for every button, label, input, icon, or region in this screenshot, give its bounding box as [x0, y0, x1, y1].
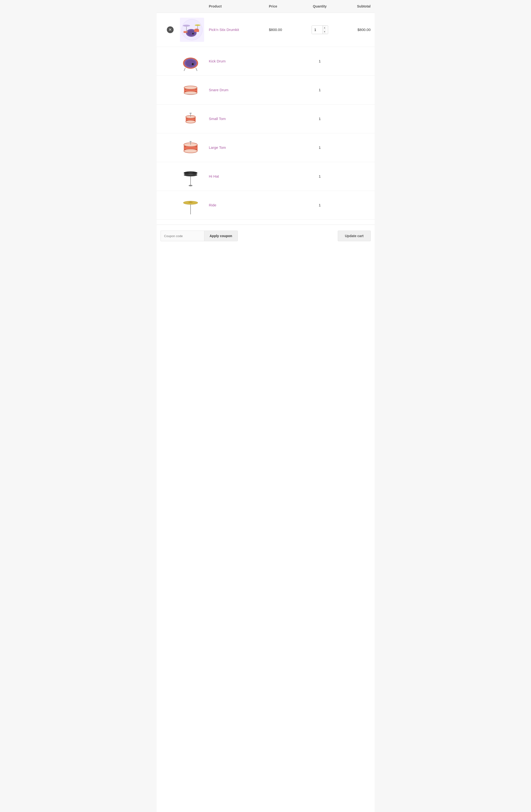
- svg-point-56: [189, 202, 192, 203]
- svg-rect-5: [183, 31, 187, 31]
- col-product: Product: [209, 4, 269, 8]
- table-row: Small Tom 1: [157, 104, 375, 133]
- product-name: Small Tom: [209, 117, 226, 121]
- quantity-input[interactable]: [312, 26, 322, 34]
- svg-rect-32: [194, 118, 195, 119]
- product-thumbnail: [180, 79, 202, 101]
- svg-point-16: [192, 63, 194, 65]
- product-name: Ride: [209, 203, 216, 207]
- qty-static: 1: [303, 59, 337, 63]
- quantity-stepper[interactable]: ▲ ▼: [312, 25, 328, 34]
- svg-rect-45: [190, 141, 192, 142]
- svg-point-15: [186, 60, 195, 67]
- col-subtotal: Subtotal: [337, 4, 371, 8]
- cart-table-header: Product Price Quantity Subtotal: [157, 0, 375, 13]
- product-image-cell: [180, 50, 209, 72]
- table-row: Large Tom 1: [157, 133, 375, 162]
- col-image: [180, 4, 209, 8]
- qty-down-button[interactable]: ▼: [323, 30, 327, 34]
- product-price: $800.00: [269, 28, 282, 32]
- subtotal-value: $800.00: [358, 28, 371, 32]
- product-thumbnail: [180, 194, 202, 216]
- product-image-cell: [180, 137, 209, 159]
- table-row: ✕: [157, 13, 375, 47]
- svg-point-48: [188, 172, 193, 173]
- svg-rect-23: [195, 89, 197, 90]
- product-image-cell: [180, 18, 209, 42]
- svg-rect-36: [190, 113, 192, 114]
- remove-cell: ✕: [160, 26, 180, 33]
- svg-point-8: [183, 25, 190, 27]
- col-price: Price: [269, 4, 303, 8]
- svg-point-30: [186, 120, 195, 123]
- svg-rect-40: [184, 146, 186, 147]
- table-row: Kick Drum 1: [157, 47, 375, 76]
- svg-point-50: [188, 174, 193, 175]
- cart-footer: Apply coupon Update cart: [157, 224, 375, 247]
- svg-rect-22: [185, 89, 186, 90]
- svg-rect-31: [186, 118, 187, 119]
- remove-item-button[interactable]: ✕: [167, 26, 173, 33]
- svg-line-17: [184, 68, 185, 71]
- table-row: Ride 1: [157, 191, 375, 220]
- col-quantity: Quantity: [303, 4, 337, 8]
- svg-rect-25: [195, 91, 197, 92]
- svg-line-18: [196, 68, 197, 71]
- product-thumbnail: [180, 108, 202, 130]
- svg-point-39: [184, 149, 197, 153]
- svg-point-10: [195, 25, 200, 26]
- product-image-cell: [180, 165, 209, 187]
- svg-rect-42: [184, 149, 186, 150]
- table-row: Hi Hat 1: [157, 162, 375, 191]
- svg-rect-43: [196, 149, 197, 150]
- update-cart-button[interactable]: Update cart: [338, 231, 371, 241]
- product-image-cell: [180, 194, 209, 216]
- product-thumbnail: [180, 18, 204, 42]
- product-name: Hi Hat: [209, 174, 219, 178]
- svg-point-52: [188, 185, 193, 186]
- qty-up-button[interactable]: ▲: [323, 26, 327, 30]
- svg-point-20: [184, 86, 197, 89]
- svg-point-2: [187, 30, 195, 35]
- svg-rect-7: [194, 30, 199, 32]
- product-thumbnail: [180, 137, 202, 159]
- coupon-group: Apply coupon: [160, 231, 238, 241]
- subtotal-cell: $800.00: [337, 28, 371, 32]
- product-image-cell: [180, 108, 209, 130]
- svg-rect-24: [185, 91, 186, 92]
- svg-rect-33: [186, 120, 187, 120]
- product-image-cell: [180, 79, 209, 101]
- svg-rect-34: [194, 120, 195, 120]
- product-name: Large Tom: [209, 145, 226, 149]
- product-name: Kick Drum: [209, 59, 226, 63]
- coupon-input[interactable]: [160, 231, 204, 241]
- svg-rect-41: [196, 146, 197, 147]
- table-row: Snare Drum 1: [157, 76, 375, 104]
- product-price-cell: $800.00: [269, 28, 303, 32]
- product-thumbnail: [180, 165, 202, 187]
- svg-point-3: [192, 33, 194, 34]
- apply-coupon-button[interactable]: Apply coupon: [204, 231, 238, 241]
- col-remove: [160, 4, 180, 8]
- product-name: Pick'n Stix Drumkit: [209, 28, 239, 32]
- quantity-cell: ▲ ▼: [303, 25, 337, 34]
- product-name: Snare Drum: [209, 88, 228, 92]
- product-thumbnail: [180, 50, 202, 72]
- product-name-cell: Pick'n Stix Drumkit: [209, 28, 269, 32]
